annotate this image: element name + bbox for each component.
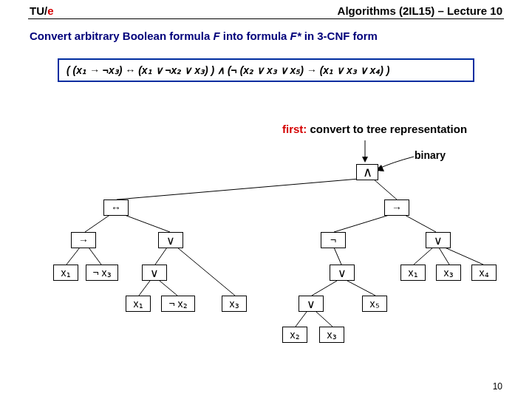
node-and-root: ∧ <box>356 164 378 180</box>
svg-line-13 <box>334 214 392 232</box>
svg-line-22 <box>445 248 483 265</box>
node-or1b: ∨ <box>142 265 167 281</box>
logo-e: e <box>47 4 53 17</box>
logo: TU/e <box>30 4 54 17</box>
node-x2: x₂ <box>282 327 307 343</box>
subtitle-suffix: in 3-CNF form <box>301 30 378 42</box>
svg-line-16 <box>312 281 337 296</box>
node-x3b: x₃ <box>222 296 247 312</box>
node-x3d: x₃ <box>436 265 461 281</box>
subtitle-Fstar: F* <box>290 30 301 42</box>
course-title: Algorithms (2IL15) – Lecture 10 <box>338 4 502 17</box>
tree-edges <box>0 140 532 384</box>
tree-diagram: ∧ ↔ → x₁ ¬ x₃ ∨ ∨ x₁ ¬ x₂ x₃ → ¬ ∨ ∨ x₂ … <box>0 140 532 384</box>
svg-line-8 <box>89 248 101 265</box>
first-step-label: first: convert to tree representation <box>282 123 467 135</box>
node-imp-left: → <box>71 232 96 248</box>
node-not-x2: ¬ x₂ <box>161 296 195 312</box>
svg-line-3 <box>117 179 359 200</box>
first-rest: convert to tree representation <box>307 123 467 135</box>
node-biimp: ↔ <box>103 200 129 216</box>
node-x1b: x₁ <box>126 296 151 312</box>
subtitle-F: F <box>213 30 219 42</box>
svg-line-17 <box>347 281 375 296</box>
page-number: 10 <box>493 381 502 392</box>
node-or3: ∨ <box>426 232 451 248</box>
svg-line-20 <box>414 248 433 265</box>
svg-line-21 <box>439 248 449 265</box>
first-red: first: <box>282 123 307 135</box>
svg-line-11 <box>139 281 150 296</box>
node-or2b: ∨ <box>299 296 324 312</box>
svg-line-18 <box>296 312 307 327</box>
slide-subtitle: Convert arbitrary Boolean formula F into… <box>0 19 532 42</box>
node-x5: x₅ <box>362 296 387 312</box>
node-neg: ¬ <box>321 232 346 248</box>
node-x3c: x₃ <box>319 327 344 343</box>
svg-line-7 <box>66 248 80 265</box>
formula-box: ( (x₁ → ¬x₃) ↔ (x₁ ∨ ¬x₂ ∨ x₃) ) ∧ (¬ (x… <box>58 58 474 82</box>
svg-line-9 <box>155 248 167 265</box>
svg-marker-1 <box>362 157 368 163</box>
subtitle-prefix: Convert arbitrary Boolean formula <box>30 30 213 42</box>
logo-tu: TU <box>30 4 44 17</box>
node-not-x3: ¬ x₃ <box>86 265 118 281</box>
node-or1: ∨ <box>158 232 183 248</box>
svg-line-19 <box>316 312 332 327</box>
node-imp-right: → <box>384 200 409 216</box>
svg-line-10 <box>177 248 235 296</box>
node-x1c: x₁ <box>400 265 426 281</box>
node-or2: ∨ <box>330 265 355 281</box>
svg-line-4 <box>373 179 397 200</box>
svg-line-5 <box>85 214 111 232</box>
svg-line-6 <box>123 214 170 232</box>
svg-line-15 <box>334 248 341 265</box>
subtitle-mid: into formula <box>220 30 290 42</box>
node-x1-l: x₁ <box>53 265 78 281</box>
svg-line-14 <box>403 214 436 232</box>
svg-line-12 <box>160 281 177 296</box>
slide-header: TU/e Algorithms (2IL15) – Lecture 10 <box>0 0 532 18</box>
node-x4: x₄ <box>471 265 497 281</box>
